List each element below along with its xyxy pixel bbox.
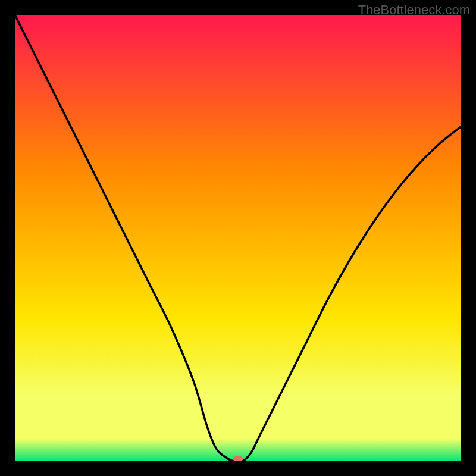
bottleneck-chart (15, 15, 461, 461)
watermark-text: TheBottleneck.com (358, 2, 470, 18)
gradient-background (15, 15, 461, 461)
chart-svg (15, 15, 461, 461)
